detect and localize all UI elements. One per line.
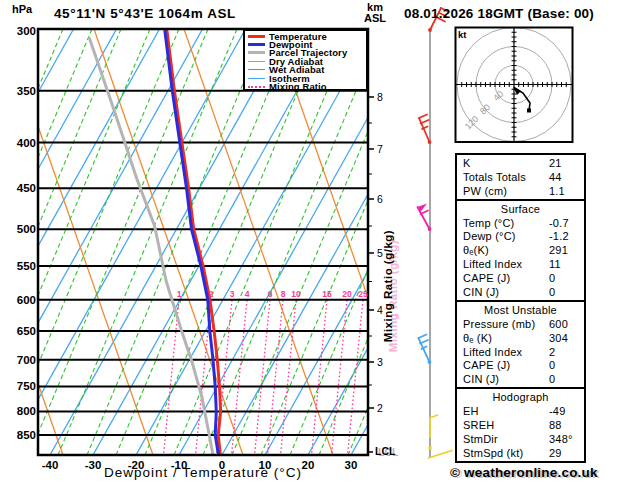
table-row-value: 44	[549, 171, 584, 183]
table-row-value: -49	[549, 405, 584, 417]
legend-swatch	[248, 78, 265, 79]
sounding-profiles	[90, 31, 221, 455]
svg-text:600: 600	[17, 294, 36, 306]
table-row: CIN (J)0	[457, 285, 584, 299]
svg-text:20: 20	[342, 289, 352, 299]
svg-text:7: 7	[377, 143, 383, 155]
legend-label: Mixing Ratio	[269, 81, 327, 92]
table-row: K21	[457, 156, 584, 170]
table-row-value: -0.7	[549, 217, 584, 229]
table-row-value: 0	[549, 373, 584, 385]
table-row: Lifted Index2	[457, 345, 584, 359]
wind-barb-surface	[428, 415, 452, 458]
table-row: Lifted Index11	[457, 257, 584, 271]
svg-text:800: 800	[17, 405, 36, 417]
table-section-header: Hodograph	[457, 390, 584, 404]
table-row-label: CIN (J)	[463, 373, 549, 385]
table-row-value: 0	[549, 286, 584, 298]
table-row: θₑ(K)291	[457, 243, 584, 257]
svg-text:650: 650	[17, 325, 36, 337]
table-row-value: 600	[549, 318, 584, 330]
table-row-value: 304	[549, 332, 584, 344]
legend-swatch	[248, 61, 265, 62]
mixing-ratio-axis-label: Mixing Ratio (g/kg)	[382, 179, 394, 393]
table-row-label: EH	[463, 405, 549, 417]
legend-swatch	[248, 35, 265, 38]
table-section-header: Surface	[457, 202, 584, 216]
table-row-value: 291	[549, 244, 584, 256]
table-row: StmSpd (kt)29	[457, 446, 584, 460]
table-section: SurfaceTemp (°C)-0.7Dewp (°C)-1.2θₑ(K)29…	[457, 201, 584, 302]
svg-text:1: 1	[177, 289, 182, 299]
table-section: HodographEH-49SREH88StmDir348°StmSpd (kt…	[457, 389, 584, 460]
table-section: K21Totals Totals44PW (cm)1.1	[457, 155, 584, 201]
svg-text:700: 700	[17, 354, 36, 366]
table-row-value: 2	[549, 346, 584, 358]
svg-text:10: 10	[291, 289, 301, 299]
table-row-value: 348°	[549, 433, 584, 445]
table-row: CIN (J)0	[457, 372, 584, 386]
svg-text:400: 400	[17, 137, 36, 149]
wind-barb-column	[418, 8, 453, 458]
lcl-label: LCL	[375, 445, 395, 457]
svg-text:kt: kt	[458, 29, 467, 40]
table-row-label: θₑ (K)	[463, 332, 549, 344]
svg-text:550: 550	[17, 260, 36, 272]
asl-datum-label: ASL	[359, 13, 391, 24]
table-row-label: Totals Totals	[463, 171, 549, 183]
legend-item: Mixing Ratio	[245, 82, 366, 90]
skewt-screenshot: 300350400450500550600650700750800850-40-…	[0, 0, 629, 486]
copyright: © weatheronline.co.uk	[450, 465, 598, 480]
svg-text:2: 2	[377, 402, 383, 414]
table-row-label: Temp (°C)	[463, 217, 549, 229]
table-row-label: Pressure (mb)	[463, 318, 549, 330]
table-row-label: CIN (J)	[463, 286, 549, 298]
svg-text:4: 4	[245, 289, 250, 299]
svg-text:25: 25	[358, 289, 368, 299]
table-row: StmDir348°	[457, 432, 584, 446]
table-row-value: -1.2	[549, 230, 584, 242]
table-row: PW (cm)1.1	[457, 184, 584, 198]
table-row: CAPE (J)0	[457, 358, 584, 372]
table-row-value: 1.1	[549, 185, 584, 197]
table-row-label: Lifted Index	[463, 258, 549, 270]
table-row-value: 0	[549, 359, 584, 371]
svg-text:3: 3	[230, 289, 235, 299]
table-row-label: Dewp (°C)	[463, 230, 549, 242]
plot-border	[38, 29, 368, 455]
table-row-label: SREH	[463, 419, 549, 431]
svg-text:500: 500	[17, 223, 36, 235]
table-row: θₑ (K)304	[457, 331, 584, 345]
svg-text:2: 2	[209, 289, 214, 299]
table-row-label: θₑ(K)	[463, 244, 549, 256]
table-row-label: K	[463, 157, 549, 169]
table-row: Pressure (mb)600	[457, 317, 584, 331]
station-title: 45°11'N 5°43'E 1064m ASL	[54, 6, 236, 21]
table-row-label: CAPE (J)	[463, 272, 549, 284]
table-section-header: Most Unstable	[457, 303, 584, 317]
svg-text:15: 15	[322, 289, 332, 299]
temp-axis-label: Dewpoint / Temperature (°C)	[38, 465, 368, 480]
altitude-axis-unit: km ASL	[359, 2, 391, 24]
svg-text:750: 750	[17, 380, 36, 392]
svg-text:450: 450	[17, 182, 36, 194]
svg-text:350: 350	[17, 85, 36, 97]
table-row: Dewp (°C)-1.2	[457, 229, 584, 243]
table-row: CAPE (J)0	[457, 271, 584, 285]
table-row: SREH88	[457, 418, 584, 432]
table-row-value: 29	[549, 447, 584, 459]
table-row-value: 0	[549, 272, 584, 284]
svg-text:850: 850	[17, 429, 36, 441]
table-section: Most UnstablePressure (mb)600θₑ (K)304Li…	[457, 302, 584, 389]
legend-swatch	[248, 43, 265, 46]
hodograph-panel: 4080120kt	[456, 28, 573, 143]
indices-table: K21Totals Totals44PW (cm)1.1SurfaceTemp …	[455, 153, 586, 463]
table-row-label: StmSpd (kt)	[463, 447, 549, 459]
legend-swatch	[248, 51, 265, 54]
table-row-value: 11	[549, 258, 584, 270]
datetime-title: 08.01.2026 18GMT (Base: 00)	[404, 6, 594, 21]
pressure-unit-label: hPa	[12, 3, 32, 15]
table-row: Totals Totals44	[457, 170, 584, 184]
table-row: Temp (°C)-0.7	[457, 216, 584, 230]
svg-text:8: 8	[281, 289, 286, 299]
